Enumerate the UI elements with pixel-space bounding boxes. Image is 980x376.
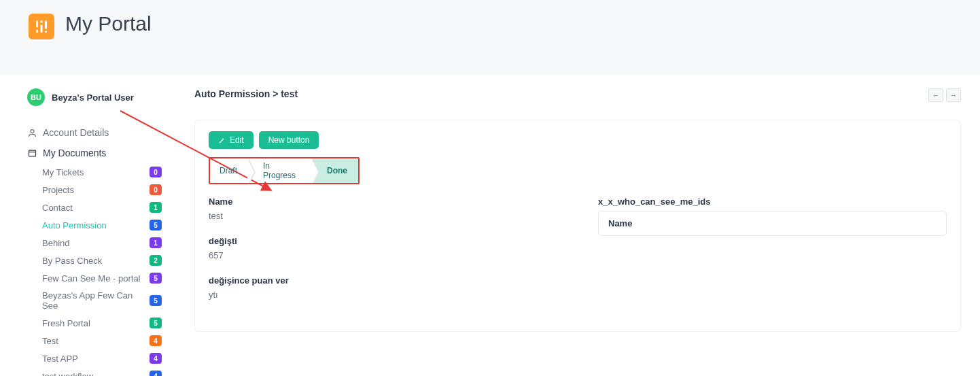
record-card: Edit New button DraftIn ProgressDone Nam…: [194, 120, 961, 332]
app-title: My Portal: [65, 12, 152, 35]
field-value: ytı: [209, 290, 557, 300]
field-label: Name: [209, 196, 557, 207]
sidebar-item[interactable]: Fresh Portal5: [42, 314, 170, 332]
edit-button-label: Edit: [230, 135, 244, 145]
nav-documents-label: My Documents: [43, 148, 106, 158]
new-button[interactable]: New button: [259, 131, 319, 149]
record-pager: ← →: [928, 88, 961, 102]
count-badge: 1: [150, 202, 162, 213]
sidebar-item[interactable]: Test APP4: [42, 349, 170, 367]
count-badge: 4: [150, 335, 162, 346]
field-label: değişti: [209, 236, 557, 246]
nav-account-label: Account Details: [43, 127, 109, 138]
nav-account-details[interactable]: Account Details: [27, 122, 170, 143]
count-badge: 2: [150, 255, 162, 266]
sidebar-item-label: Behind: [42, 238, 69, 248]
user-name: Beyza's Portal User: [52, 92, 134, 103]
field: değişti657: [209, 236, 557, 260]
sidebar-item[interactable]: Few Can See Me - portal5: [42, 269, 170, 287]
sidebar-item-label: test workflow: [42, 371, 93, 377]
svg-point-6: [31, 129, 34, 133]
svg-point-4: [40, 22, 43, 25]
sidebar-item-label: Contact: [42, 203, 73, 213]
breadcrumb: Auto Permission > test: [194, 88, 298, 99]
svg-rect-0: [36, 20, 38, 33]
field-label: değişince puan ver: [209, 275, 557, 286]
field: Nametest: [209, 196, 557, 221]
count-badge: 0: [150, 167, 162, 177]
count-badge: 4: [150, 353, 162, 364]
sidebar-item[interactable]: Auto Permission5: [42, 216, 170, 234]
count-badge: 0: [150, 184, 162, 195]
count-badge: 5: [150, 318, 162, 328]
content: Auto Permission > test ← → Edit New butt…: [170, 88, 980, 376]
sidebar-item[interactable]: Contact1: [42, 199, 170, 216]
prev-record-button[interactable]: ←: [928, 88, 943, 102]
svg-point-3: [36, 27, 39, 30]
relation-header: Name: [608, 218, 937, 228]
topbar: My Portal: [0, 0, 980, 75]
new-button-label: New button: [268, 135, 310, 145]
sidebar: BU Beyza's Portal User Account Details M…: [0, 88, 170, 376]
user-block[interactable]: BU Beyza's Portal User: [27, 88, 170, 106]
svg-rect-1: [41, 20, 43, 33]
count-badge: 1: [150, 237, 162, 248]
sidebar-item-label: Fresh Portal: [42, 318, 90, 328]
next-record-button[interactable]: →: [946, 88, 961, 102]
nav-my-documents[interactable]: My Documents: [27, 143, 170, 163]
stage-bar: DraftIn ProgressDone: [209, 157, 360, 184]
pencil-icon: [218, 137, 226, 144]
stage-draft[interactable]: Draft: [210, 158, 248, 183]
sidebar-item-label: By Pass Check: [42, 256, 102, 266]
sidebar-item[interactable]: Projects0: [42, 181, 170, 199]
field-value: test: [209, 211, 557, 221]
sidebar-item-label: Test APP: [42, 354, 78, 364]
field-column-right: x_x_who_can_see_me_ids Name: [598, 196, 947, 315]
sidebar-item[interactable]: Test4: [42, 332, 170, 349]
count-badge: 5: [150, 220, 162, 230]
sidebar-item-label: Projects: [42, 185, 74, 195]
avatar: BU: [27, 88, 45, 106]
field: değişince puan verytı: [209, 275, 557, 300]
documents-icon: [27, 148, 37, 158]
sidebar-item[interactable]: By Pass Check2: [42, 252, 170, 269]
svg-point-5: [45, 29, 48, 31]
app-logo-icon: [29, 14, 54, 39]
stage-in-progress[interactable]: In Progress: [248, 158, 312, 183]
count-badge: 5: [150, 273, 162, 284]
relation-box[interactable]: Name: [598, 211, 947, 236]
field-column-left: Nametestdeğişti657değişince puan verytı: [209, 196, 557, 315]
sidebar-item-label: Test: [42, 336, 58, 346]
relation-title: x_x_who_can_see_me_ids: [598, 196, 947, 207]
count-badge: 4: [150, 371, 162, 376]
sidebar-item[interactable]: Behind1: [42, 234, 170, 252]
sidebar-item-label: Auto Permission: [42, 220, 107, 230]
sidebar-item[interactable]: test workflow4: [42, 367, 170, 376]
sidebar-item-label: My Tickets: [42, 167, 84, 177]
sidebar-item[interactable]: My Tickets0: [42, 163, 170, 181]
svg-rect-7: [29, 150, 36, 156]
count-badge: 5: [150, 295, 162, 306]
sidebar-item-label: Beyzas's App Few Can See: [42, 290, 150, 311]
edit-button[interactable]: Edit: [209, 131, 253, 149]
sidebar-item-label: Few Can See Me - portal: [42, 273, 141, 284]
field-value: 657: [209, 250, 557, 260]
sidebar-item[interactable]: Beyzas's App Few Can See5: [42, 287, 170, 314]
sidebar-list: My Tickets0Projects0Contact1Auto Permiss…: [27, 163, 170, 376]
user-icon: [27, 128, 37, 138]
